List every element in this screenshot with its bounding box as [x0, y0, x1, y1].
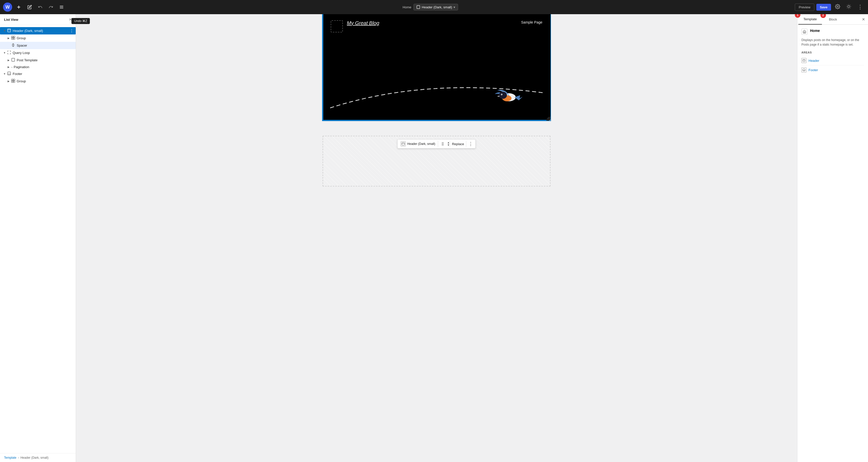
svg-rect-27: [13, 79, 15, 81]
tree-item-footer[interactable]: Footer: [0, 70, 76, 78]
sidebar-footer: Template › Header (Dark, small): [0, 453, 76, 462]
more-options-button[interactable]: ⋮: [855, 2, 865, 12]
home-block-icon: [801, 29, 807, 35]
current-block-selector[interactable]: Header (Dark, small) ▾: [413, 4, 458, 10]
dark-mode-button[interactable]: [844, 3, 853, 12]
tree-item-header[interactable]: Header (Dark, small) ⋮: [0, 27, 76, 34]
svg-rect-18: [11, 36, 13, 37]
tree-item-spacer[interactable]: Spacer: [0, 42, 76, 49]
group2-toggle[interactable]: [6, 80, 11, 83]
home-text: Home: [810, 29, 820, 35]
canvas-area: My Great Blog Sample Page: [76, 14, 797, 462]
breadcrumb-current: Header (Dark, small): [21, 456, 49, 459]
area-item-header[interactable]: Header: [801, 56, 864, 65]
spacer-icon: [11, 43, 15, 48]
pagination-toggle[interactable]: [6, 66, 11, 68]
post-template-toggle[interactable]: [6, 59, 11, 62]
footer-area-label: Footer: [808, 68, 818, 72]
pagination-icon: ···: [11, 65, 12, 69]
footer-area-icon: [801, 67, 806, 72]
block-toolbar: Header (Dark, small) ▲ ▼ Replace: [397, 139, 475, 148]
header-area-icon: [801, 58, 806, 63]
drag-handle[interactable]: [438, 141, 447, 147]
group2-icon: [11, 79, 15, 84]
undo-button[interactable]: [36, 3, 44, 11]
tree-list: Header (Dark, small) ⋮ Group Spacer: [0, 25, 76, 453]
query-loop-toggle[interactable]: [2, 52, 7, 54]
move-down-button[interactable]: ▼: [447, 144, 450, 146]
header-block[interactable]: My Great Blog Sample Page: [322, 14, 551, 121]
breadcrumb-separator: ›: [18, 456, 19, 459]
svg-point-38: [443, 143, 443, 143]
svg-line-14: [847, 8, 847, 8]
toolbar-right: Preview Save ⋮: [795, 2, 865, 12]
footer-toggle[interactable]: [2, 72, 7, 75]
svg-point-39: [442, 144, 442, 144]
group1-label: Group: [17, 36, 74, 40]
panel-tabs: 1 Template 2 Block ×: [797, 14, 868, 25]
breadcrumb-home: Home: [403, 5, 411, 9]
replace-button[interactable]: Replace: [450, 141, 466, 147]
header-label: Header (Dark, small): [13, 29, 70, 33]
save-button[interactable]: Save: [816, 4, 831, 11]
tree-item-post-template[interactable]: Post Template: [0, 57, 76, 64]
footer-icon: [7, 71, 11, 76]
areas-list: Header Footer: [801, 56, 864, 74]
pagination-label: Pagination: [14, 65, 74, 69]
tree-item-group2[interactable]: Group: [0, 78, 76, 85]
svg-point-7: [848, 5, 850, 7]
tree-item-query-loop[interactable]: Query Loop: [0, 49, 76, 57]
svg-rect-5: [417, 6, 420, 9]
add-block-button[interactable]: [14, 3, 23, 11]
svg-point-34: [501, 94, 502, 95]
block-type-icon: [401, 141, 406, 146]
tab-block[interactable]: Block: [824, 14, 842, 24]
svg-rect-21: [13, 38, 15, 39]
group1-icon: [11, 36, 15, 40]
blog-title: My Great Blog: [347, 20, 521, 26]
group1-toggle[interactable]: [6, 37, 11, 39]
wp-logo[interactable]: W: [3, 3, 12, 12]
settings-button[interactable]: [833, 3, 842, 12]
chevron-down-icon: ▾: [454, 5, 455, 9]
tab-template[interactable]: Template: [798, 14, 822, 25]
footer-label: Footer: [13, 72, 74, 76]
home-title: Home: [810, 29, 820, 33]
main-toolbar: W Undo ⌘Z Home Header (Dark, small) ▾ Pr…: [0, 0, 868, 14]
block-more-button[interactable]: ⋮: [466, 140, 475, 148]
edit-mode-button[interactable]: [25, 3, 34, 11]
svg-rect-20: [11, 38, 13, 39]
home-description: Displays posts on the homepage, or on th…: [801, 38, 864, 47]
toolbar-center: Home Header (Dark, small) ▾: [68, 4, 793, 10]
bird-image: [492, 83, 525, 108]
preview-button[interactable]: Preview: [795, 4, 814, 11]
home-section-header: Home: [801, 29, 864, 35]
main-layout: List View × Header (Dark, small) ⋮ Group: [0, 14, 868, 462]
svg-rect-45: [803, 69, 805, 71]
breadcrumb-template-link[interactable]: Template: [4, 456, 17, 459]
group2-label: Group: [17, 79, 74, 83]
sidebar-left: List View × Header (Dark, small) ⋮ Group: [0, 14, 76, 462]
tree-item-pagination[interactable]: ··· Pagination: [0, 64, 76, 70]
svg-rect-26: [11, 79, 13, 81]
list-view-button[interactable]: [57, 3, 66, 11]
logo-placeholder: [331, 20, 343, 32]
svg-rect-24: [8, 72, 11, 75]
tree-item-group1[interactable]: Group: [0, 34, 76, 42]
move-arrows[interactable]: ▲ ▼: [447, 141, 450, 146]
header-inner: My Great Blog Sample Page: [322, 14, 551, 38]
panel-close-button[interactable]: ×: [859, 14, 868, 24]
svg-line-10: [847, 5, 847, 5]
add-after-button[interactable]: +: [547, 117, 551, 121]
area-item-footer[interactable]: Footer: [801, 65, 864, 74]
post-template-icon: [11, 58, 15, 63]
header-toggle[interactable]: [2, 29, 7, 32]
svg-point-6: [837, 6, 838, 7]
canvas-scroll[interactable]: My Great Blog Sample Page: [76, 14, 797, 462]
header-area-label: Header: [808, 59, 819, 63]
badge-1-container: 1 Template: [797, 14, 823, 24]
redo-button[interactable]: [46, 3, 55, 11]
svg-point-32: [499, 92, 507, 99]
areas-label: AREAS: [801, 51, 864, 54]
header-more-icon[interactable]: ⋮: [70, 28, 74, 33]
